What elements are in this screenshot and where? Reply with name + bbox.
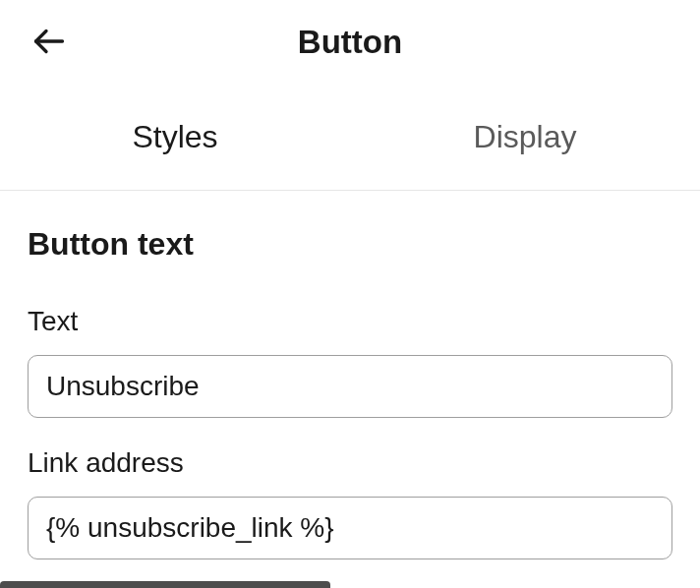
- link-address-input[interactable]: [28, 497, 672, 559]
- page-title: Button: [298, 24, 402, 61]
- content: Button text Text Link address: [0, 191, 700, 588]
- tab-label: Display: [474, 119, 577, 155]
- tab-indicator: [0, 581, 330, 588]
- tab-styles[interactable]: Styles: [0, 85, 350, 190]
- link-address-label: Link address: [28, 447, 672, 479]
- header: Button: [0, 0, 700, 85]
- back-button[interactable]: [29, 23, 69, 62]
- tab-display[interactable]: Display: [350, 85, 700, 190]
- text-label: Text: [28, 306, 672, 337]
- field-link-address: Link address: [28, 447, 672, 559]
- arrow-left-icon: [31, 24, 67, 62]
- tab-label: Styles: [132, 119, 217, 155]
- text-input[interactable]: [28, 355, 672, 418]
- field-text: Text: [28, 306, 672, 418]
- tabs: Styles Display: [0, 85, 700, 191]
- section-heading: Button text: [28, 226, 672, 263]
